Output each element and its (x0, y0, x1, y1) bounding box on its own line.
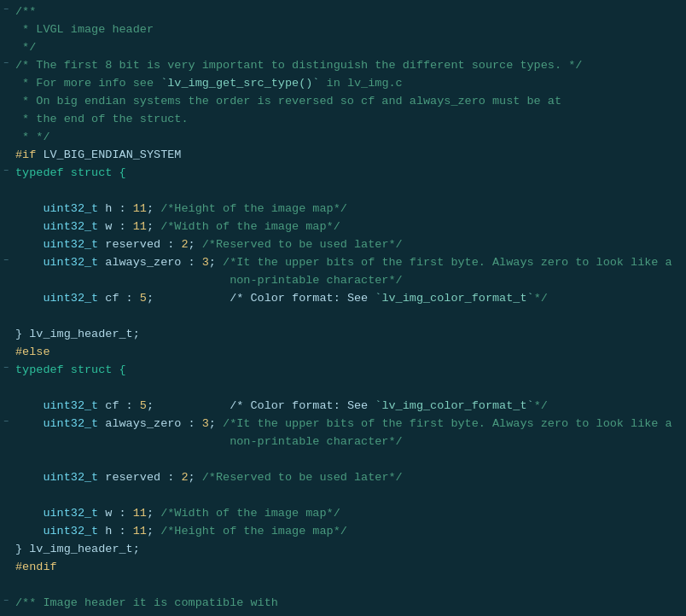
code-line: − uint32_t always_zero : 3; /*It the upp… (0, 416, 686, 433)
code-content: uint32_t cf : 5; /* Color format: See `l… (12, 290, 686, 308)
code-content (12, 451, 686, 469)
code-content: uint32_t reserved : 2; /*Reserved to be … (12, 469, 686, 487)
code-token (15, 238, 43, 251)
code-token: uint32_t (43, 399, 98, 412)
code-content: uint32_t h : 11; /*Height of the image m… (12, 200, 686, 218)
code-token: */ (15, 41, 36, 54)
code-content: #if LV_BIG_ENDIAN_SYSTEM (12, 147, 686, 165)
code-token: } lv_img_header_t; (15, 328, 140, 340)
code-token: 2 (181, 238, 188, 251)
code-token: * On big endian systems the order is rev… (15, 95, 561, 108)
code-token: uint32_t (43, 417, 98, 430)
code-line: uint32_t w : 11; /*Width of the image ma… (0, 218, 686, 236)
code-token: /*Width of the image map*/ (160, 220, 340, 233)
code-token: * */ (15, 131, 50, 143)
code-content (12, 183, 686, 200)
code-content: * On big endian systems the order is rev… (12, 93, 686, 111)
code-line (0, 380, 686, 398)
code-content: * For more info see `lv_img_get_src_type… (12, 75, 686, 93)
code-token: always_zero : (98, 256, 202, 269)
code-token: uint32_t (43, 507, 98, 520)
code-token: 11 (133, 507, 147, 520)
code-line: uint32_t reserved : 2; /*Reserved to be … (0, 236, 686, 254)
fold-icon-collapsed[interactable]: − (0, 416, 12, 429)
code-content: #else (12, 344, 686, 362)
code-token: ; (209, 256, 223, 269)
code-token: typedef struct { (15, 166, 126, 179)
code-content: */ (12, 39, 686, 57)
code-line: * On big endian systems the order is rev… (0, 93, 686, 111)
code-token: uint32_t (43, 202, 98, 215)
code-content: uint32_t always_zero : 3; /*It the upper… (12, 416, 686, 433)
code-line: −/* The first 8 bit is very important to… (0, 57, 686, 75)
code-line: non-printable character*/ (0, 272, 686, 290)
code-content: * the result from image converter utilit… (12, 613, 686, 616)
code-line: uint32_t cf : 5; /* Color format: See `l… (0, 290, 686, 308)
code-line: non-printable character*/ (0, 433, 686, 451)
code-line: uint32_t cf : 5; /* Color format: See `l… (0, 398, 686, 416)
code-line: −typedef struct { (0, 362, 686, 380)
code-token: always_zero : (98, 417, 202, 430)
code-token: /*Height of the image map*/ (160, 202, 347, 215)
code-token: reserved : (98, 238, 181, 251)
code-token: ; (147, 525, 160, 538)
code-line (0, 451, 686, 469)
code-token (15, 399, 43, 412)
code-line: * For more info see `lv_img_get_src_type… (0, 75, 686, 93)
code-token: non-printable character*/ (15, 274, 403, 287)
code-content: /* The first 8 bit is very important to … (12, 57, 686, 75)
code-token: /*It the upper bits of the first byte. A… (223, 256, 672, 269)
code-token: /*Reserved to be used later*/ (202, 471, 403, 484)
code-line: uint32_t h : 11; /*Height of the image m… (0, 523, 686, 541)
code-line (0, 308, 686, 326)
code-token (15, 471, 43, 484)
code-line: −typedef struct { (0, 165, 686, 183)
code-content: non-printable character*/ (12, 433, 686, 451)
code-token: /*Reserved to be used later*/ (202, 238, 403, 251)
code-line: uint32_t h : 11; /*Height of the image m… (0, 200, 686, 218)
code-token (15, 417, 43, 430)
fold-icon-collapsed[interactable]: − (0, 3, 12, 17)
code-token: ; /* Color format: See (147, 292, 375, 305)
code-line: −/** Image header it is compatible with (0, 595, 686, 613)
code-token: ; /* Color format: See (147, 399, 375, 412)
code-content: non-printable character*/ (12, 272, 686, 290)
fold-icon-collapsed[interactable]: − (0, 362, 12, 375)
code-token: 5 (140, 292, 147, 305)
code-content: uint32_t w : 11; /*Width of the image ma… (12, 218, 686, 236)
fold-icon-collapsed[interactable]: − (0, 165, 12, 178)
code-line (0, 487, 686, 505)
fold-icon-collapsed[interactable]: − (0, 595, 12, 608)
code-token: w : (98, 507, 133, 520)
code-line (0, 577, 686, 595)
code-token (15, 256, 43, 269)
code-token: cf : (98, 292, 140, 305)
code-token: * the end of the struct. (15, 113, 189, 125)
code-content: * */ (12, 129, 686, 147)
code-token: 3 (202, 256, 209, 269)
code-token: types (520, 59, 555, 72)
code-line: −/** (0, 3, 686, 21)
code-content: * the end of the struct. (12, 111, 686, 129)
code-token: /*Width of the image map*/ (160, 507, 340, 520)
code-token: #if (15, 148, 36, 161)
code-token: `lv_img_get_src_type()` (160, 77, 319, 90)
code-content: uint32_t h : 11; /*Height of the image m… (12, 523, 686, 541)
code-token (15, 525, 43, 538)
code-token: /* The first 8 bit is very important to … (15, 59, 520, 72)
code-content (12, 487, 686, 505)
code-line: * the result from image converter utilit… (0, 613, 686, 616)
code-token: non-printable character*/ (15, 435, 403, 448)
code-token (15, 220, 43, 233)
fold-icon-collapsed[interactable]: − (0, 57, 12, 71)
code-token: uint32_t (43, 471, 98, 484)
code-line: uint32_t reserved : 2; /*Reserved to be … (0, 469, 686, 487)
code-token: #endif (15, 561, 57, 573)
code-content: uint32_t always_zero : 3; /*It the upper… (12, 254, 686, 272)
code-content: typedef struct { (12, 165, 686, 183)
fold-icon-collapsed[interactable]: − (0, 254, 12, 268)
code-token: ; (147, 220, 160, 233)
code-token: 2 (181, 471, 188, 484)
code-line: #if LV_BIG_ENDIAN_SYSTEM (0, 147, 686, 165)
code-line: uint32_t w : 11; /*Width of the image ma… (0, 505, 686, 523)
